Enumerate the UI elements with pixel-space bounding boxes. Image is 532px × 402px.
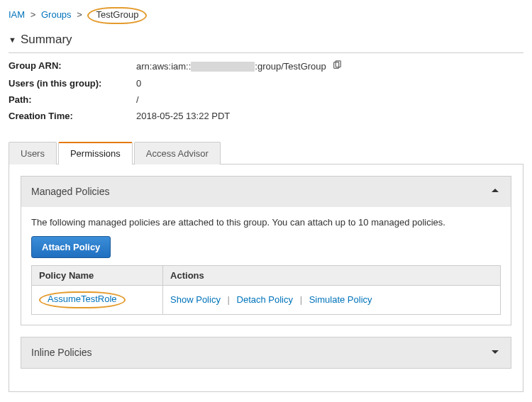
accordion-managed-header[interactable]: Managed Policies — [21, 177, 511, 207]
breadcrumb-sep: > — [77, 9, 82, 20]
accordion-managed-body: The following managed policies are attac… — [21, 207, 511, 325]
managed-description: The following managed policies are attac… — [31, 217, 501, 228]
col-header-actions: Actions — [163, 265, 501, 285]
action-divider: | — [300, 294, 302, 305]
accordion-inline-policies: Inline Policies — [21, 337, 511, 369]
action-simulate-policy[interactable]: Simulate Policy — [309, 294, 372, 305]
label-path: Path: — [9, 94, 136, 105]
label-users: Users (in this group): — [9, 78, 136, 89]
row-path: Path: / — [9, 91, 523, 108]
value-path: / — [136, 94, 139, 105]
row-users: Users (in this group): 0 — [9, 75, 523, 91]
accordion-inline-header[interactable]: Inline Policies — [21, 337, 511, 368]
action-show-policy[interactable]: Show Policy — [170, 294, 221, 305]
breadcrumb-current-highlight: TestGroup — [87, 7, 147, 24]
row-creation: Creation Time: 2018-05-25 13:22 PDT — [9, 108, 523, 124]
arn-redacted-account — [191, 62, 255, 72]
chevron-up-icon — [489, 185, 501, 199]
summary-title: Summary — [21, 33, 72, 47]
action-divider: | — [228, 294, 230, 305]
arn-suffix: :group/TestGroup — [255, 61, 326, 72]
label-arn: Group ARN: — [9, 60, 136, 72]
arn-prefix: arn:aws:iam:: — [136, 61, 191, 72]
breadcrumb-iam[interactable]: IAM — [9, 9, 25, 20]
attach-policy-button[interactable]: Attach Policy — [31, 236, 111, 258]
breadcrumb-sep: > — [31, 9, 36, 20]
tab-panel-permissions: Managed Policies The following managed p… — [9, 164, 523, 392]
tab-bar: Users Permissions Access Advisor — [9, 141, 523, 164]
accordion-inline-title: Inline Policies — [31, 347, 92, 358]
row-arn: Group ARN: arn:aws:iam:::group/TestGroup — [9, 57, 523, 75]
breadcrumb-groups[interactable]: Groups — [41, 9, 72, 20]
value-users: 0 — [136, 78, 141, 89]
copy-icon[interactable] — [332, 60, 342, 72]
divider — [9, 52, 523, 53]
tab-users[interactable]: Users — [9, 142, 57, 164]
value-creation: 2018-05-25 13:22 PDT — [136, 111, 230, 121]
breadcrumb-current: TestGroup — [96, 9, 138, 20]
accordion-managed-policies: Managed Policies The following managed p… — [21, 176, 511, 325]
label-creation: Creation Time: — [9, 111, 136, 121]
col-header-policy-name: Policy Name — [32, 265, 163, 285]
accordion-managed-title: Managed Policies — [31, 186, 110, 197]
policy-name-highlight: AssumeTestRole — [39, 291, 126, 308]
policy-name-link[interactable]: AssumeTestRole — [48, 294, 117, 304]
tab-access-advisor[interactable]: Access Advisor — [134, 142, 221, 164]
chevron-down-icon — [489, 346, 501, 359]
breadcrumb: IAM > Groups > TestGroup — [9, 6, 523, 30]
value-arn: arn:aws:iam:::group/TestGroup — [136, 60, 342, 72]
summary-header[interactable]: ▼ Summary — [9, 30, 523, 51]
managed-policy-table: Policy Name Actions AssumeTestRole Show … — [31, 265, 501, 315]
tab-permissions[interactable]: Permissions — [58, 142, 133, 164]
table-row: AssumeTestRole Show Policy | Detach Poli… — [32, 285, 501, 314]
collapse-triangle-icon: ▼ — [9, 35, 16, 44]
action-detach-policy[interactable]: Detach Policy — [237, 294, 293, 305]
